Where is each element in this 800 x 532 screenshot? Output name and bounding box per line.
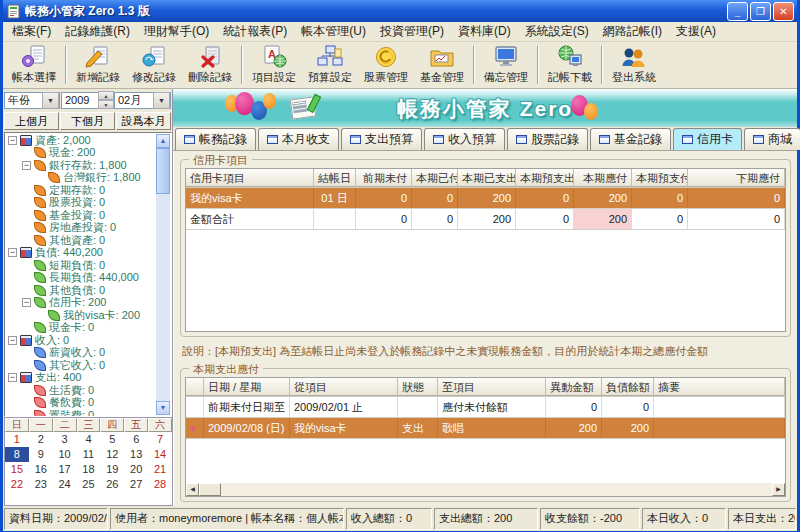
column-header[interactable]: 至項目 [438, 378, 546, 396]
calendar-day-17[interactable]: 17 [53, 462, 77, 477]
menu-item-2[interactable]: 理財幫手(O) [137, 21, 216, 42]
column-header[interactable]: 本期已支出 [458, 169, 516, 187]
calendar-day-10[interactable]: 10 [53, 447, 77, 462]
calendar-weekday-4[interactable]: 四 [100, 418, 124, 432]
minimize-button[interactable]: _ [727, 2, 748, 21]
toolbar-ledger-select-button[interactable]: 帳本選擇 [6, 44, 62, 86]
tree-item-8[interactable]: 其他資產: 0 [6, 234, 156, 247]
column-header[interactable]: 本期應付 [574, 169, 632, 187]
calendar-day-28[interactable]: 28 [148, 477, 172, 492]
period-type-combo[interactable]: 年份 ▼ [4, 92, 60, 109]
column-header[interactable]: 信用卡項目 [186, 169, 314, 187]
toolbar-item-settings-button[interactable]: A項目設定 [246, 44, 302, 86]
calendar-weekday-5[interactable]: 五 [124, 418, 148, 432]
calendar-day-14[interactable]: 14 [148, 447, 172, 462]
calendar-day-21[interactable]: 21 [148, 462, 172, 477]
tree-item-10[interactable]: 短期負債: 0 [6, 259, 156, 272]
column-header[interactable]: 狀態 [398, 378, 438, 396]
scroll-thumb[interactable] [199, 483, 221, 496]
collapse-icon[interactable]: − [8, 136, 17, 145]
tree-item-19[interactable]: −支出: 400 [6, 372, 156, 385]
payable-table-row[interactable]: ♥2009/02/08 (日)我的visa卡支出歌唱200200 [186, 418, 785, 439]
calendar-day-13[interactable]: 13 [124, 447, 148, 462]
column-header[interactable]: 本期已付 [412, 169, 458, 187]
tab-7[interactable]: 商城 [744, 128, 800, 150]
tree-item-2[interactable]: −銀行存款: 1,800 [6, 159, 156, 172]
month-combo[interactable]: 02月 ▼ [114, 92, 171, 109]
prev-month-button[interactable]: 上個月 [4, 112, 59, 130]
column-header[interactable]: 摘要 [654, 378, 785, 396]
tree-item-0[interactable]: −資產: 2,000 [6, 134, 156, 147]
calendar-day-2[interactable]: 2 [29, 432, 53, 447]
calendar-day-4[interactable]: 4 [77, 432, 101, 447]
calendar-weekday-1[interactable]: 一 [29, 418, 53, 432]
toolbar-logout-button[interactable]: 登出系統 [606, 44, 662, 86]
collapse-icon[interactable]: − [8, 373, 17, 382]
tree-item-13[interactable]: −信用卡: 200 [6, 297, 156, 310]
menu-item-8[interactable]: 網路記帳(I) [596, 21, 669, 42]
calendar-day-27[interactable]: 27 [124, 477, 148, 492]
calendar-weekday-2[interactable]: 二 [53, 418, 77, 432]
column-header[interactable]: 本期預支出 [516, 169, 574, 187]
tree-item-18[interactable]: 其它收入: 0 [6, 359, 156, 372]
column-header[interactable]: 從項目 [290, 378, 398, 396]
menu-item-5[interactable]: 投資管理(P) [373, 21, 451, 42]
credit-table-row[interactable]: 金額合計00200020000 [186, 209, 785, 230]
calendar-weekday-3[interactable]: 三 [77, 418, 101, 432]
tree-item-17[interactable]: 薪資收入: 0 [6, 347, 156, 360]
calendar-day-22[interactable]: 22 [5, 477, 29, 492]
tree-item-12[interactable]: 其他負債: 0 [6, 284, 156, 297]
toolbar-stock-manage-button[interactable]: 股票管理 [358, 44, 414, 86]
tab-3[interactable]: 收入預算 [424, 128, 505, 150]
toolbar-add-record-button[interactable]: 新增記錄 [70, 44, 126, 86]
toolbar-budget-settings-button[interactable]: 預算設定 [302, 44, 358, 86]
collapse-icon[interactable]: − [8, 336, 17, 345]
chevron-down-icon[interactable]: ▼ [153, 92, 170, 109]
tree-item-14[interactable]: 我的visa卡: 200 [6, 309, 156, 322]
calendar-day-26[interactable]: 26 [100, 477, 124, 492]
calendar-day-11[interactable]: 11 [77, 447, 101, 462]
menu-item-6[interactable]: 資料庫(D) [451, 21, 518, 42]
column-header[interactable]: 下期應付 [688, 169, 785, 187]
scroll-left-icon[interactable]: ◀ [186, 483, 199, 496]
calendar-day-8[interactable]: 8 [5, 447, 29, 462]
credit-table-row[interactable]: 我的visa卡01 日00200020000 [186, 188, 785, 209]
tab-4[interactable]: 股票記錄 [507, 128, 588, 150]
calendar-day-18[interactable]: 18 [77, 462, 101, 477]
tree-item-7[interactable]: 房地產投資: 0 [6, 222, 156, 235]
calendar-day-3[interactable]: 3 [53, 432, 77, 447]
toolbar-memo-manage-button[interactable]: 備忘管理 [478, 44, 534, 86]
menu-item-4[interactable]: 帳本管理(U) [294, 21, 373, 42]
tree-item-5[interactable]: 股票投資: 0 [6, 197, 156, 210]
calendar-weekday-6[interactable]: 六 [148, 418, 172, 432]
calendar-day-9[interactable]: 9 [29, 447, 53, 462]
calendar-day-23[interactable]: 23 [29, 477, 53, 492]
tree-item-4[interactable]: 定期存款: 0 [6, 184, 156, 197]
tree-item-15[interactable]: 現金卡: 0 [6, 322, 156, 335]
menu-item-7[interactable]: 系統設定(S) [518, 21, 596, 42]
tree-item-11[interactable]: 長期負債: 440,000 [6, 272, 156, 285]
tab-5[interactable]: 基金記錄 [590, 128, 671, 150]
calendar-day-7[interactable]: 7 [148, 432, 172, 447]
scroll-down-icon[interactable]: ▼ [156, 401, 170, 415]
tree-scrollbar[interactable]: ▲ ▼ [156, 134, 170, 415]
horizontal-scrollbar[interactable]: ◀ ▶ [186, 483, 785, 496]
calendar-day-15[interactable]: 15 [5, 462, 29, 477]
column-header[interactable]: 負債餘額 [602, 378, 654, 396]
collapse-icon[interactable]: − [22, 298, 31, 307]
column-header[interactable] [186, 378, 204, 396]
calendar-day-25[interactable]: 25 [77, 477, 101, 492]
close-button[interactable]: ✕ [773, 2, 794, 21]
tree-item-1[interactable]: 現金: 200 [6, 147, 156, 160]
calendar-weekday-0[interactable]: 日 [5, 418, 29, 432]
menu-item-3[interactable]: 統計報表(P) [216, 21, 294, 42]
calendar-day-19[interactable]: 19 [100, 462, 124, 477]
tree-item-6[interactable]: 基金投資: 0 [6, 209, 156, 222]
menu-item-9[interactable]: 支援(A) [669, 21, 723, 42]
column-header[interactable]: 日期 / 星期 [204, 378, 290, 396]
tree-item-16[interactable]: −收入: 0 [6, 334, 156, 347]
scroll-thumb[interactable] [156, 148, 170, 194]
menu-item-0[interactable]: 檔案(F) [5, 21, 58, 42]
calendar-day-12[interactable]: 12 [100, 447, 124, 462]
column-header[interactable]: 本期預支付 [632, 169, 688, 187]
